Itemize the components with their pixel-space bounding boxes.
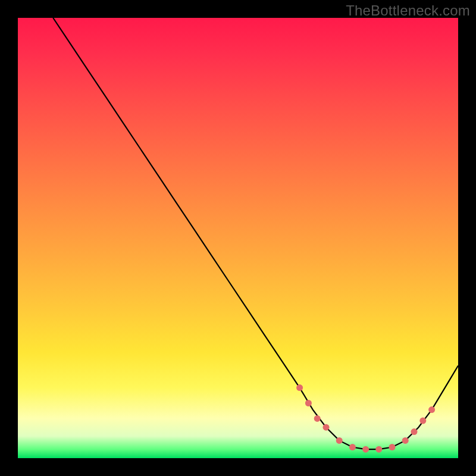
watermark-text: TheBottleneck.com: [346, 2, 470, 19]
marker-dot: [419, 418, 426, 424]
plot-area: [18, 18, 458, 458]
marker-dot: [362, 446, 369, 453]
marker-dot: [296, 384, 303, 391]
marker-dot: [336, 437, 343, 444]
marker-dot: [402, 437, 409, 444]
marker-dot: [375, 446, 382, 453]
optimal-range-markers: [296, 384, 435, 453]
bottleneck-chart-svg: [18, 18, 458, 458]
bottleneck-curve: [53, 18, 458, 449]
marker-dot: [411, 428, 418, 435]
marker-dot: [305, 400, 312, 406]
marker-dot: [323, 424, 330, 431]
marker-dot: [349, 444, 356, 450]
marker-dot: [314, 415, 321, 422]
marker-dot: [389, 444, 396, 450]
chart-container: TheBottleneck.com: [0, 0, 476, 476]
marker-dot: [428, 406, 435, 413]
